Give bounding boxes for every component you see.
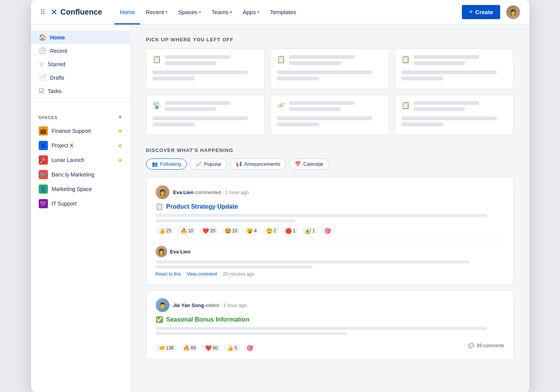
pickup-title: PICK UP WHERE YOU LEFT OFF bbox=[146, 37, 514, 42]
chevron-down-icon: ▾ bbox=[166, 10, 168, 14]
view-comment-link[interactable]: View comment bbox=[187, 271, 217, 277]
main-content: PICK UP WHERE YOU LEFT OFF 📋 bbox=[131, 24, 529, 392]
page-link-seasonal-bonus[interactable]: ✅ Seasonal Bonus Information bbox=[156, 316, 504, 323]
card-header: 📡 bbox=[153, 101, 259, 113]
card-lines bbox=[289, 101, 383, 113]
reaction-avocado[interactable]: 🥑1 bbox=[302, 227, 318, 235]
reaction-heart[interactable]: ❤️20 bbox=[199, 227, 218, 235]
starred-icon: ★ bbox=[118, 142, 123, 149]
tab-announcements[interactable]: 📢 Announcements bbox=[230, 158, 286, 170]
activity-meta: Jie Yan Song edited · 1 hour ago bbox=[173, 302, 247, 308]
space-icon-lunar: 🚀 bbox=[39, 155, 48, 165]
space-item-projectx[interactable]: 🖥 Project X ★ bbox=[31, 138, 130, 153]
avatar-image: 👨 bbox=[156, 298, 169, 312]
reaction-heart[interactable]: ❤️60 bbox=[202, 344, 221, 352]
reaction-red[interactable]: 🔴1 bbox=[282, 227, 299, 235]
reaction-target[interactable]: 🎯 bbox=[321, 227, 334, 235]
reaction-thumbsup[interactable]: 👍25 bbox=[156, 227, 174, 235]
document-icon: 📋 bbox=[156, 203, 163, 210]
calendar-icon: 📅 bbox=[295, 161, 301, 167]
confluence-icon: ✕ bbox=[51, 7, 57, 17]
skeleton-line bbox=[153, 116, 248, 120]
nav-recent[interactable]: Recent ▾ bbox=[140, 0, 173, 24]
space-item-lunar[interactable]: 🚀 Lunar Launch ★ bbox=[31, 153, 130, 167]
space-item-bancly[interactable]: 🐦 Banc.ly Marketing bbox=[31, 167, 130, 182]
app-window: ⠿ ✕ Confluence Home Recent ▾ Spaces ▾ Te… bbox=[31, 0, 529, 392]
tab-calendar[interactable]: 📅 Calendar bbox=[289, 158, 329, 170]
reaction-target[interactable]: 🎯 bbox=[243, 344, 256, 352]
reaction-wow[interactable]: 🤩10 bbox=[222, 227, 240, 235]
reactions: 🤝136 🔥89 ❤️60 👍5 🎯 bbox=[156, 344, 256, 352]
skeleton-line bbox=[165, 107, 217, 111]
card-lines bbox=[414, 55, 507, 67]
announcements-icon: 📢 bbox=[236, 161, 242, 167]
skeleton-line bbox=[156, 265, 313, 268]
main-layout: 🏠 Home 🕐 Recent ☆ Starred 📄 Drafts ☑ Tas… bbox=[31, 24, 529, 392]
space-icon-finance: 💼 bbox=[39, 126, 48, 136]
nav-teams[interactable]: Teams ▾ bbox=[206, 0, 237, 24]
skeleton-line bbox=[414, 55, 479, 59]
skeleton-line bbox=[277, 116, 372, 120]
comment-user-avatar: 👩 bbox=[156, 246, 167, 257]
skeleton-line bbox=[165, 61, 217, 65]
skeleton-line bbox=[289, 101, 355, 105]
card-lines bbox=[165, 101, 259, 113]
space-item-it[interactable]: 💜 IT Support bbox=[31, 196, 130, 211]
skeleton-line bbox=[289, 55, 355, 59]
recent-cards-grid: 📋 📋 bbox=[146, 49, 514, 135]
reaction-thumbsup[interactable]: 👍5 bbox=[224, 344, 240, 352]
space-icon-bancly: 🐦 bbox=[39, 170, 48, 179]
following-icon: 👥 bbox=[152, 161, 158, 167]
recent-card[interactable]: 📡 bbox=[146, 95, 265, 135]
starred-icon: ★ bbox=[118, 157, 123, 163]
sidebar-divider bbox=[31, 102, 130, 103]
sidebar-item-starred[interactable]: ☆ Starred bbox=[31, 57, 130, 71]
space-icon-it: 💜 bbox=[39, 199, 48, 208]
reaction-shocked[interactable]: 😮4 bbox=[243, 227, 260, 235]
skeleton-line bbox=[277, 70, 372, 74]
sidebar-item-recent[interactable]: 🕐 Recent bbox=[31, 44, 130, 57]
reaction-fire[interactable]: 🔥89 bbox=[180, 344, 199, 352]
nav-spaces[interactable]: Spaces ▾ bbox=[173, 0, 206, 24]
nav-home[interactable]: Home bbox=[114, 0, 140, 24]
skeleton-line bbox=[401, 70, 497, 74]
comments-count[interactable]: 💬 89 comments bbox=[468, 343, 504, 348]
star-icon: ☆ bbox=[39, 60, 44, 68]
reaction-handshake[interactable]: 🤝136 bbox=[156, 344, 177, 352]
reaction-hushed[interactable]: 😲2 bbox=[263, 227, 279, 235]
skeleton-line bbox=[401, 77, 444, 80]
reactions-row-2: 🤝136 🔥89 ❤️60 👍5 🎯 💬 89 comments bbox=[156, 340, 504, 352]
reaction-fire[interactable]: 🔥10 bbox=[177, 227, 196, 235]
sidebar-item-tasks[interactable]: ☑ Tasks bbox=[31, 84, 130, 98]
document-icon: ✅ bbox=[156, 316, 163, 323]
card-header: 🪐 bbox=[277, 101, 383, 113]
activity-header: 👩 Eva Lien commented · 1 hour ago bbox=[156, 185, 504, 199]
tab-popular[interactable]: 📈 Popular bbox=[190, 158, 227, 170]
sidebar-item-home[interactable]: 🏠 Home bbox=[31, 31, 130, 44]
planet-icon: 🪐 bbox=[277, 101, 285, 109]
react-to-this-link[interactable]: React to this bbox=[156, 271, 181, 277]
recent-card[interactable]: 📋 bbox=[270, 49, 389, 89]
recent-card[interactable]: 📋 bbox=[395, 95, 514, 135]
comment-footer: React to this · View comment · 20 minute… bbox=[156, 271, 504, 277]
create-button[interactable]: + Create bbox=[462, 5, 500, 19]
sidebar-item-drafts[interactable]: 📄 Drafts bbox=[31, 71, 130, 84]
comment-section: 👩 Eva Lien React to this · View comment … bbox=[156, 240, 504, 277]
recent-card[interactable]: 📋 bbox=[146, 49, 265, 89]
home-icon: 🏠 bbox=[39, 34, 46, 41]
skeleton-line bbox=[156, 219, 295, 222]
add-space-button[interactable]: + bbox=[118, 113, 122, 121]
grid-icon[interactable]: ⠿ bbox=[40, 8, 45, 16]
activity-user-avatar: 👩 bbox=[156, 185, 169, 199]
recent-card[interactable]: 📋 bbox=[395, 49, 514, 89]
discover-tabs: 👥 Following 📈 Popular 📢 Announcements 📅 … bbox=[146, 158, 514, 170]
nav-templates[interactable]: Templates bbox=[264, 0, 301, 24]
page-link-product-strategy[interactable]: 📋 Product Strategy Update bbox=[156, 203, 504, 210]
recent-card[interactable]: 🪐 bbox=[270, 95, 389, 135]
space-item-finance[interactable]: 💼 Finance Support ★ bbox=[31, 124, 130, 138]
user-avatar[interactable]: 👩 bbox=[506, 5, 520, 19]
space-item-marketing[interactable]: 👤 Marketing Space bbox=[31, 182, 130, 196]
clock-icon: 🕐 bbox=[39, 47, 46, 54]
tab-following[interactable]: 👥 Following bbox=[146, 158, 187, 170]
nav-apps[interactable]: Apps ▾ bbox=[237, 0, 264, 24]
